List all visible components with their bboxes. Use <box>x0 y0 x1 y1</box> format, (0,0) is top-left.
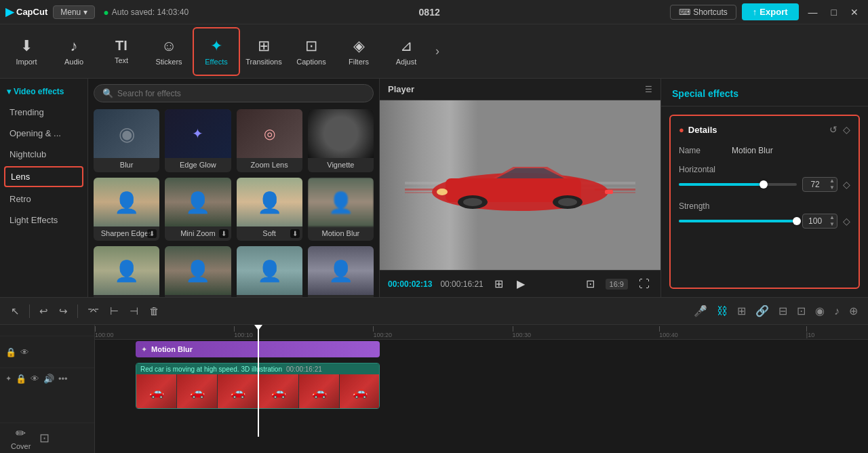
effect-card-zoom-lens[interactable]: ◎ Zoom Lens <box>237 109 302 172</box>
effect-card-edge-glow[interactable]: ✦ Edge Glow <box>165 109 231 172</box>
search-input[interactable] <box>117 89 365 98</box>
horizontal-increment[interactable]: ▲ <box>827 178 837 184</box>
effect-card-vignette[interactable]: Vignette <box>308 109 374 172</box>
toolbar-item-audio[interactable]: ♪ Audio <box>50 27 98 76</box>
main-track-lock[interactable]: 🔒 <box>16 374 26 384</box>
effect-card-motion-blur[interactable]: 👤 Motion Blur <box>308 178 374 241</box>
minimize-button[interactable]: — <box>804 7 822 18</box>
delete-button[interactable]: 🗑 <box>145 303 163 319</box>
cover-label: Cover <box>11 442 31 450</box>
toolbar-item-stickers[interactable]: ☺ Stickers <box>145 27 193 76</box>
split-button[interactable]: ⌤ <box>83 303 103 319</box>
crop-button[interactable]: ⊡ <box>583 276 597 292</box>
toolbar-item-captions[interactable]: ⊡ Captions <box>288 27 335 76</box>
thumb-1: 🚗 <box>136 374 177 409</box>
sidebar-item-opening[interactable]: Opening & ... <box>0 123 87 144</box>
caption-tl-button[interactable]: ⊡ <box>793 302 809 319</box>
main-toolbar: ⬇ Import ♪ Audio TI Text ☺ Stickers ✦ Ef… <box>0 24 868 79</box>
toolbar-item-filters[interactable]: ◈ Filters <box>335 27 382 76</box>
export-button[interactable]: ↑ Export <box>742 3 799 20</box>
player-menu-icon[interactable]: ☰ <box>645 85 652 94</box>
effect-card-12[interactable]: 👤 <box>308 246 374 297</box>
horizontal-value-wrap: ▲ ▼ <box>802 177 837 192</box>
mic-button[interactable]: 🎤 <box>690 302 711 319</box>
strength-decrement[interactable]: ▼ <box>827 221 837 228</box>
sidebar-item-retro[interactable]: Retro <box>0 189 87 210</box>
text-icon: TI <box>115 38 127 54</box>
thumb-3: 🚗 <box>218 374 258 409</box>
effect-track-lock[interactable]: 🔒 <box>5 347 16 357</box>
zoom-in-button[interactable]: ⊕ <box>846 302 861 319</box>
keyframe-button[interactable]: ◇ <box>843 124 850 135</box>
effect-card-soft[interactable]: 👤 Soft ⬇ <box>237 178 302 241</box>
effect-card-sharpen-edges[interactable]: 👤 Sharpen Edges ⬇ <box>94 178 159 241</box>
transitions-label: Transitions <box>245 58 281 66</box>
reset-button[interactable]: ↺ <box>829 124 837 135</box>
strength-keyframe-btn[interactable]: ◇ <box>843 216 850 226</box>
horizontal-value-input[interactable] <box>803 178 827 191</box>
effect-track-header: 🔒 👁 <box>0 336 94 368</box>
toolbar-item-transitions[interactable]: ⊞ Transitions <box>240 27 288 76</box>
main-track-header: ✦ 🔒 👁 🔊 ••• <box>0 368 94 423</box>
unlink-button[interactable]: ⊟ <box>775 302 791 319</box>
category-sidebar: ▾ Video effects Trending Opening & ... N… <box>0 79 88 297</box>
ruler-mark-4: 100:40 <box>659 326 678 338</box>
main-track-eye[interactable]: 👁 <box>31 374 39 384</box>
sidebar-item-lens[interactable]: Lens <box>4 166 83 187</box>
toolbar-item-effects[interactable]: ✦ Effects <box>193 27 240 76</box>
menu-button[interactable]: Menu ▾ <box>53 5 95 19</box>
horizontal-thumb <box>760 180 768 189</box>
effect-clip[interactable]: ✦ Motion Blur <box>136 341 380 357</box>
horizontal-keyframe-btn[interactable]: ◇ <box>843 179 850 190</box>
sidebar-item-light-effects[interactable]: Light Effects <box>0 210 87 231</box>
svg-rect-11 <box>405 192 439 193</box>
thumbnail-button[interactable]: ⊡ <box>36 429 53 448</box>
cover-button[interactable]: ✏ Cover <box>5 423 36 453</box>
grid-view-button[interactable]: ⊞ <box>492 276 506 292</box>
close-button[interactable]: ✕ <box>846 7 863 18</box>
effect-card-10[interactable]: 👤 <box>165 246 231 297</box>
name-row: Name Motion Blur <box>679 146 850 155</box>
effect-card-mini-zoom[interactable]: 👤 Mini Zoom ⬇ <box>165 178 231 241</box>
fullscreen-button[interactable]: ⛶ <box>636 277 652 292</box>
link-button[interactable]: 🔗 <box>752 302 772 319</box>
main-track-more[interactable]: ••• <box>58 374 68 384</box>
strength-increment[interactable]: ▲ <box>827 214 837 221</box>
effect-card-9[interactable]: 👤 <box>94 246 159 297</box>
effect-card-11[interactable]: 👤 <box>237 246 302 297</box>
special-effects-title: Special effects <box>672 88 738 99</box>
toolbar-more-icon[interactable]: › <box>430 44 445 58</box>
overlay-button[interactable]: ⊞ <box>734 302 749 319</box>
autosave-status: ● Auto saved: 14:03:40 <box>103 7 189 18</box>
horizontal-slider[interactable] <box>679 183 797 186</box>
effect-track-eye[interactable]: 👁 <box>20 347 29 357</box>
horizontal-decrement[interactable]: ▼ <box>827 184 837 191</box>
trim-right-button[interactable]: ⊣ <box>125 303 142 319</box>
sidebar-item-nightclub[interactable]: Nightclub <box>0 144 87 165</box>
redo-button[interactable]: ↪ <box>55 303 72 319</box>
strength-slider[interactable] <box>679 220 797 222</box>
sidebar-item-trending[interactable]: Trending <box>0 102 87 123</box>
tl-separator-2 <box>77 304 78 318</box>
main-clip[interactable]: Red car is moving at high speed. 3D illu… <box>136 363 380 409</box>
ruler-mark-0: 100:00 <box>95 326 114 338</box>
effect-card-blur[interactable]: ◉ Blur <box>94 109 159 172</box>
maximize-button[interactable]: □ <box>827 7 841 18</box>
special-effects-header: Special effects <box>661 79 868 106</box>
main-track-audio[interactable]: 🔊 <box>43 374 54 384</box>
play-button[interactable]: ▶ <box>514 276 528 292</box>
select-tool-button[interactable]: ↖ <box>7 303 24 319</box>
toolbar-item-text[interactable]: TI Text <box>98 27 145 76</box>
toolbar-item-import[interactable]: ⬇ Import <box>3 27 50 76</box>
speed-button[interactable]: ◉ <box>812 302 828 319</box>
undo-button[interactable]: ↩ <box>35 303 52 319</box>
blur-thumb: ◉ <box>94 109 159 158</box>
strength-value-input[interactable] <box>803 214 827 228</box>
search-bar[interactable]: 🔍 <box>94 84 374 102</box>
shortcuts-button[interactable]: ⌨ Shortcuts <box>670 5 736 20</box>
toolbar-item-adjust[interactable]: ⊿ Adjust <box>382 27 430 76</box>
chain-button[interactable]: ⛓ <box>713 303 731 319</box>
strength-slider-row: ▲ ▼ ◇ <box>679 214 850 229</box>
volume-button[interactable]: ♪ <box>831 303 843 319</box>
trim-left-button[interactable]: ⊢ <box>106 303 123 319</box>
